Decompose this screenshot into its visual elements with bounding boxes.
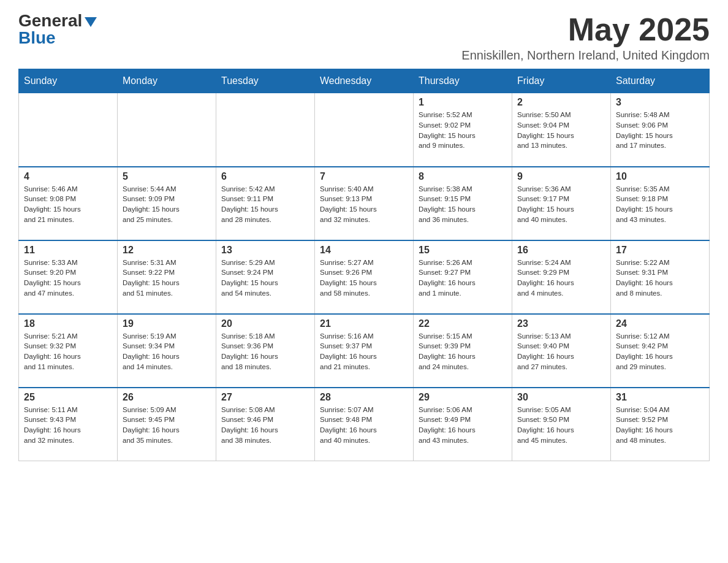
day-info: Sunrise: 5:18 AM Sunset: 9:36 PM Dayligh…	[221, 331, 309, 372]
day-number: 23	[517, 318, 605, 329]
day-number: 20	[221, 318, 309, 329]
calendar-cell: 31Sunrise: 5:04 AM Sunset: 9:52 PM Dayli…	[611, 388, 710, 461]
day-number: 19	[123, 318, 211, 329]
calendar-cell: 26Sunrise: 5:09 AM Sunset: 9:45 PM Dayli…	[118, 388, 216, 461]
day-info: Sunrise: 5:26 AM Sunset: 9:27 PM Dayligh…	[419, 258, 507, 299]
weekday-header-row: SundayMondayTuesdayWednesdayThursdayFrid…	[19, 69, 710, 93]
day-number: 5	[123, 171, 211, 182]
calendar-cell: 2Sunrise: 5:50 AM Sunset: 9:04 PM Daylig…	[512, 93, 611, 167]
title-block: May 2025 Enniskillen, Northern Ireland, …	[461, 12, 710, 63]
weekday-header-wednesday: Wednesday	[315, 69, 414, 93]
day-number: 8	[419, 171, 507, 182]
calendar-cell: 28Sunrise: 5:07 AM Sunset: 9:48 PM Dayli…	[315, 388, 414, 461]
calendar-cell: 8Sunrise: 5:38 AM Sunset: 9:15 PM Daylig…	[414, 167, 512, 240]
day-info: Sunrise: 5:27 AM Sunset: 9:26 PM Dayligh…	[320, 258, 408, 299]
day-number: 29	[419, 392, 507, 403]
calendar-cell: 4Sunrise: 5:46 AM Sunset: 9:08 PM Daylig…	[19, 167, 118, 240]
calendar-cell: 15Sunrise: 5:26 AM Sunset: 9:27 PM Dayli…	[414, 240, 512, 314]
day-number: 15	[419, 245, 507, 256]
calendar-cell: 13Sunrise: 5:29 AM Sunset: 9:24 PM Dayli…	[216, 240, 315, 314]
weekday-header-saturday: Saturday	[611, 69, 710, 93]
day-info: Sunrise: 5:09 AM Sunset: 9:45 PM Dayligh…	[123, 405, 211, 446]
day-info: Sunrise: 5:22 AM Sunset: 9:31 PM Dayligh…	[616, 258, 704, 299]
calendar-cell: 18Sunrise: 5:21 AM Sunset: 9:32 PM Dayli…	[19, 314, 118, 388]
day-number: 18	[24, 318, 112, 329]
calendar-cell: 17Sunrise: 5:22 AM Sunset: 9:31 PM Dayli…	[611, 240, 710, 314]
day-info: Sunrise: 5:08 AM Sunset: 9:46 PM Dayligh…	[221, 405, 309, 446]
calendar-week-row: 4Sunrise: 5:46 AM Sunset: 9:08 PM Daylig…	[19, 167, 710, 240]
calendar-cell: 6Sunrise: 5:42 AM Sunset: 9:11 PM Daylig…	[216, 167, 315, 240]
day-info: Sunrise: 5:21 AM Sunset: 9:32 PM Dayligh…	[24, 331, 112, 372]
day-number: 17	[616, 245, 704, 256]
day-number: 26	[123, 392, 211, 403]
day-info: Sunrise: 5:48 AM Sunset: 9:06 PM Dayligh…	[616, 110, 704, 151]
location-text: Enniskillen, Northern Ireland, United Ki…	[461, 48, 710, 63]
day-number: 9	[517, 171, 605, 182]
calendar-cell: 30Sunrise: 5:05 AM Sunset: 9:50 PM Dayli…	[512, 388, 611, 461]
calendar-week-row: 1Sunrise: 5:52 AM Sunset: 9:02 PM Daylig…	[19, 93, 710, 167]
day-info: Sunrise: 5:42 AM Sunset: 9:11 PM Dayligh…	[221, 184, 309, 225]
calendar-cell: 1Sunrise: 5:52 AM Sunset: 9:02 PM Daylig…	[414, 93, 512, 167]
calendar-cell: 20Sunrise: 5:18 AM Sunset: 9:36 PM Dayli…	[216, 314, 315, 388]
day-info: Sunrise: 5:35 AM Sunset: 9:18 PM Dayligh…	[616, 184, 704, 225]
day-info: Sunrise: 5:29 AM Sunset: 9:24 PM Dayligh…	[221, 258, 309, 299]
day-number: 27	[221, 392, 309, 403]
day-info: Sunrise: 5:52 AM Sunset: 9:02 PM Dayligh…	[419, 110, 507, 151]
day-info: Sunrise: 5:36 AM Sunset: 9:17 PM Dayligh…	[517, 184, 605, 225]
calendar-week-row: 25Sunrise: 5:11 AM Sunset: 9:43 PM Dayli…	[19, 388, 710, 461]
weekday-header-tuesday: Tuesday	[216, 69, 315, 93]
day-info: Sunrise: 5:40 AM Sunset: 9:13 PM Dayligh…	[320, 184, 408, 225]
weekday-header-thursday: Thursday	[414, 69, 512, 93]
calendar-cell: 21Sunrise: 5:16 AM Sunset: 9:37 PM Dayli…	[315, 314, 414, 388]
day-info: Sunrise: 5:07 AM Sunset: 9:48 PM Dayligh…	[320, 405, 408, 446]
month-title: May 2025	[461, 12, 710, 47]
calendar-cell: 22Sunrise: 5:15 AM Sunset: 9:39 PM Dayli…	[414, 314, 512, 388]
day-info: Sunrise: 5:33 AM Sunset: 9:20 PM Dayligh…	[24, 258, 112, 299]
logo-blue-text: Blue	[18, 29, 56, 47]
calendar-week-row: 11Sunrise: 5:33 AM Sunset: 9:20 PM Dayli…	[19, 240, 710, 314]
calendar-cell: 16Sunrise: 5:24 AM Sunset: 9:29 PM Dayli…	[512, 240, 611, 314]
day-info: Sunrise: 5:05 AM Sunset: 9:50 PM Dayligh…	[517, 405, 605, 446]
day-info: Sunrise: 5:11 AM Sunset: 9:43 PM Dayligh…	[24, 405, 112, 446]
calendar-cell: 5Sunrise: 5:44 AM Sunset: 9:09 PM Daylig…	[118, 167, 216, 240]
calendar-cell: 25Sunrise: 5:11 AM Sunset: 9:43 PM Dayli…	[19, 388, 118, 461]
calendar-cell	[19, 93, 118, 167]
day-number: 14	[320, 245, 408, 256]
day-info: Sunrise: 5:06 AM Sunset: 9:49 PM Dayligh…	[419, 405, 507, 446]
day-number: 6	[221, 171, 309, 182]
day-number: 11	[24, 245, 112, 256]
day-info: Sunrise: 5:24 AM Sunset: 9:29 PM Dayligh…	[517, 258, 605, 299]
day-number: 3	[616, 97, 704, 108]
day-info: Sunrise: 5:31 AM Sunset: 9:22 PM Dayligh…	[123, 258, 211, 299]
logo-triangle-icon	[85, 17, 97, 27]
day-info: Sunrise: 5:19 AM Sunset: 9:34 PM Dayligh…	[123, 331, 211, 372]
page-header: General Blue May 2025 Enniskillen, North…	[18, 12, 710, 63]
day-number: 21	[320, 318, 408, 329]
day-number: 7	[320, 171, 408, 182]
day-number: 30	[517, 392, 605, 403]
weekday-header-sunday: Sunday	[19, 69, 118, 93]
day-info: Sunrise: 5:15 AM Sunset: 9:39 PM Dayligh…	[419, 331, 507, 372]
day-info: Sunrise: 5:44 AM Sunset: 9:09 PM Dayligh…	[123, 184, 211, 225]
day-number: 4	[24, 171, 112, 182]
day-number: 28	[320, 392, 408, 403]
calendar-cell: 10Sunrise: 5:35 AM Sunset: 9:18 PM Dayli…	[611, 167, 710, 240]
calendar-cell: 27Sunrise: 5:08 AM Sunset: 9:46 PM Dayli…	[216, 388, 315, 461]
day-info: Sunrise: 5:13 AM Sunset: 9:40 PM Dayligh…	[517, 331, 605, 372]
day-number: 12	[123, 245, 211, 256]
calendar-cell	[216, 93, 315, 167]
calendar-cell: 12Sunrise: 5:31 AM Sunset: 9:22 PM Dayli…	[118, 240, 216, 314]
calendar-cell: 11Sunrise: 5:33 AM Sunset: 9:20 PM Dayli…	[19, 240, 118, 314]
day-number: 24	[616, 318, 704, 329]
day-number: 1	[419, 97, 507, 108]
calendar-cell: 29Sunrise: 5:06 AM Sunset: 9:49 PM Dayli…	[414, 388, 512, 461]
day-info: Sunrise: 5:50 AM Sunset: 9:04 PM Dayligh…	[517, 110, 605, 151]
day-info: Sunrise: 5:04 AM Sunset: 9:52 PM Dayligh…	[616, 405, 704, 446]
calendar-week-row: 18Sunrise: 5:21 AM Sunset: 9:32 PM Dayli…	[19, 314, 710, 388]
weekday-header-friday: Friday	[512, 69, 611, 93]
day-number: 22	[419, 318, 507, 329]
calendar-cell: 7Sunrise: 5:40 AM Sunset: 9:13 PM Daylig…	[315, 167, 414, 240]
calendar-cell: 23Sunrise: 5:13 AM Sunset: 9:40 PM Dayli…	[512, 314, 611, 388]
day-number: 31	[616, 392, 704, 403]
calendar-cell: 19Sunrise: 5:19 AM Sunset: 9:34 PM Dayli…	[118, 314, 216, 388]
